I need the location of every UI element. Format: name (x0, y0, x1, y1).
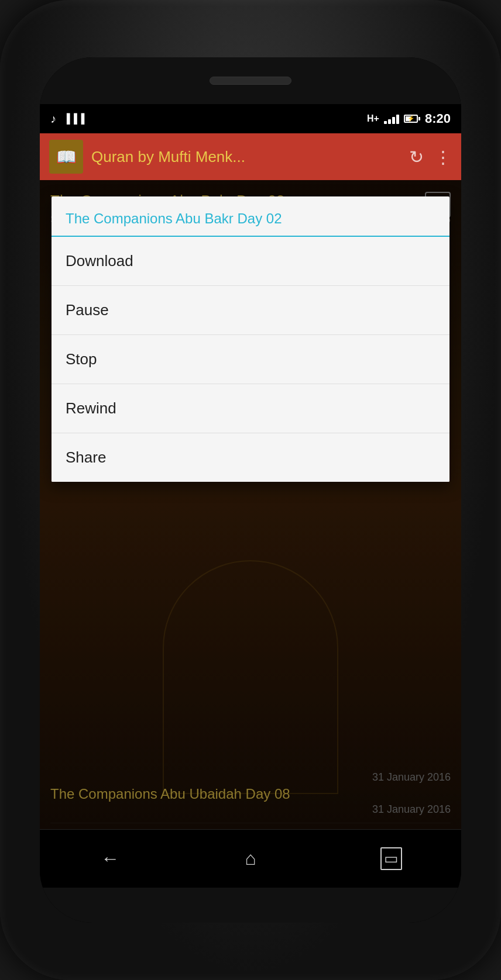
phone-screen: ♪ ▐▐▐ H+ ⚡ 8:20 📖 Qur (40, 57, 461, 923)
menu-item-stop[interactable]: Stop (52, 335, 449, 384)
back-button[interactable]: ← (87, 841, 133, 877)
content-area: The Companions Abu Bakr Day 02 ▶ Streami… (40, 180, 461, 829)
speaker (210, 77, 291, 85)
menu-item-download[interactable]: Download (52, 237, 449, 286)
music-icon: ♪ (50, 112, 56, 126)
phone-frame: ♪ ▐▐▐ H+ ⚡ 8:20 📖 Qur (0, 0, 501, 980)
status-right-icons: H+ ⚡ 8:20 (367, 111, 451, 126)
recents-button[interactable]: ▭ (368, 841, 414, 877)
nav-bar: ← ⌂ ▭ (40, 829, 461, 888)
back-icon: ← (101, 848, 119, 869)
recents-icon: ▭ (380, 847, 402, 870)
app-title: Quran by Mufti Menk... (91, 148, 401, 166)
menu-item-rewind[interactable]: Rewind (52, 384, 449, 433)
status-bar: ♪ ▐▐▐ H+ ⚡ 8:20 (40, 104, 461, 133)
refresh-icon[interactable]: ↻ (409, 147, 424, 167)
bottom-bezel (40, 888, 461, 923)
home-button[interactable]: ⌂ (227, 841, 274, 877)
context-menu-title: The Companions Abu Bakr Day 02 (52, 196, 449, 237)
app-bar: 📖 Quran by Mufti Menk... ↻ ⋮ (40, 133, 461, 180)
menu-item-pause[interactable]: Pause (52, 286, 449, 335)
network-type: H+ (367, 113, 379, 124)
bars-icon: ▐▐▐ (63, 113, 85, 124)
app-bar-actions: ↻ ⋮ (409, 147, 452, 167)
home-icon: ⌂ (245, 848, 256, 869)
menu-item-share[interactable]: Share (52, 433, 449, 482)
context-menu: The Companions Abu Bakr Day 02 Download … (52, 196, 449, 482)
top-bezel (40, 57, 461, 104)
signal-bars-icon (384, 113, 399, 124)
app-logo: 📖 (49, 140, 83, 174)
status-left-icons: ♪ ▐▐▐ (50, 112, 85, 126)
battery-icon: ⚡ (404, 115, 420, 123)
more-options-icon[interactable]: ⋮ (434, 147, 452, 167)
clock: 8:20 (425, 111, 451, 126)
